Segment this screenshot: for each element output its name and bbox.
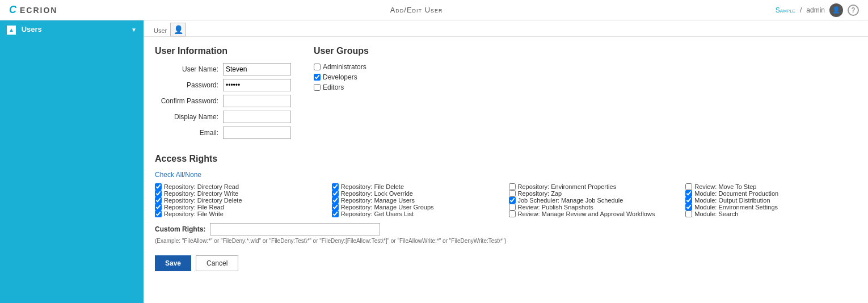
group-editors-label: Editors (323, 83, 344, 91)
checkbox-review-manage-workflows-input[interactable] (509, 211, 516, 217)
checkbox-repo-manage-users: Repository: Manage Users (332, 197, 503, 204)
checkbox-repo-manage-user-groups-input[interactable] (332, 204, 339, 211)
sidebar-item-users[interactable]: ▲ Users ▼ (0, 20, 144, 39)
logo: C ECRION (9, 4, 57, 16)
breadcrumb-sample[interactable]: Sample (776, 6, 795, 14)
header-right: Sample / admin 👤 ? (776, 3, 859, 17)
password-row: Password: (155, 79, 291, 91)
cancel-button[interactable]: Cancel (196, 255, 238, 271)
checkbox-module-doc-production: Module: Document Production (685, 190, 857, 197)
confirm-password-label: Confirm Password: (155, 97, 223, 105)
confirm-password-input[interactable] (223, 95, 291, 107)
checkbox-review-manage-workflows: Review: Manage Review and Approval Workf… (509, 211, 680, 217)
checkbox-job-scheduler: Job Scheduler: Manage Job Schedule (509, 197, 680, 204)
main-layout: ▲ Users ▼ User 👤 User Information User N… (0, 20, 868, 303)
group-administrators: Administrators (314, 63, 427, 71)
checkbox-repo-dir-delete: Repository: Directory Delete (155, 197, 326, 204)
user-groups-section: User Groups Administrators Developers Ed… (314, 46, 427, 142)
save-button[interactable]: Save (155, 255, 191, 271)
checkbox-module-search-input[interactable] (685, 211, 692, 217)
checkbox-repo-file-read: Repository: File Read (155, 204, 326, 211)
tab-strip: User 👤 (144, 20, 868, 37)
display-name-input[interactable] (223, 111, 291, 123)
username-row: User Name: (155, 63, 291, 75)
username-input[interactable] (223, 63, 291, 75)
checkbox-repo-dir-read: Repository: Directory Read (155, 183, 326, 190)
checkbox-repo-file-delete-input[interactable] (332, 183, 339, 190)
col3-checkboxes: Review: Move To Step Module: Document Pr… (685, 183, 857, 217)
group-editors-checkbox[interactable] (314, 84, 321, 91)
username-label: User Name: (155, 65, 223, 73)
custom-rights-input[interactable] (210, 223, 380, 235)
checkbox-module-env-settings-input[interactable] (685, 204, 692, 211)
display-name-row: Display Name: (155, 111, 291, 123)
checkbox-repo-manage-users-input[interactable] (332, 197, 339, 204)
checkbox-module-output-dist-input[interactable] (685, 197, 692, 204)
sidebar-item-label: Users (22, 25, 42, 33)
checkbox-repo-env-props: Repository: Environment Properties (509, 183, 680, 190)
form-content: User Information User Name: Password: Co… (144, 37, 868, 280)
email-label: Email: (155, 129, 223, 137)
content-area: User 👤 User Information User Name: Passw… (144, 20, 868, 303)
custom-rights-hint: (Example: "FileAllow:*" or "FileDeny:*.w… (155, 238, 857, 244)
breadcrumb-admin: admin (806, 6, 825, 14)
logo-text: ECRION (20, 6, 57, 15)
checkbox-repo-lock-override-input[interactable] (332, 190, 339, 197)
user-info-title: User Information (155, 46, 291, 56)
tab-user-label: User (150, 26, 170, 36)
checkbox-module-output-dist: Module: Output Distribution (685, 197, 857, 204)
password-label: Password: (155, 81, 223, 89)
checkbox-repo-lock-override: Repository: Lock Override (332, 190, 503, 197)
checkbox-repo-dir-write: Repository: Directory Write (155, 190, 326, 197)
user-avatar-icon[interactable]: 👤 (829, 3, 843, 17)
logo-c-icon: C (9, 4, 16, 16)
checkbox-repo-file-read-input[interactable] (155, 204, 162, 211)
checkbox-review-publish-snapshots: Review: Publish Snapshots (509, 204, 680, 211)
sidebar-chevron-down-icon: ▼ (131, 27, 137, 33)
access-rights-section: Access Rights Check All/None Repository:… (155, 154, 857, 244)
custom-rights-label: Custom Rights: (155, 225, 205, 233)
col1-checkboxes: Repository: File Delete Repository: Lock… (332, 183, 503, 217)
checkbox-module-doc-production-input[interactable] (685, 190, 692, 197)
sidebar: ▲ Users ▼ (0, 20, 144, 303)
checkbox-repo-file-write-input[interactable] (155, 211, 162, 217)
checkbox-repo-dir-write-input[interactable] (155, 190, 162, 197)
group-developers-label: Developers (323, 73, 357, 81)
checkbox-repo-zap: Repository: Zap (509, 190, 680, 197)
confirm-password-row: Confirm Password: (155, 95, 291, 107)
checkbox-repo-file-write: Repository: File Write (155, 211, 326, 217)
two-column-layout: User Information User Name: Password: Co… (155, 46, 857, 142)
group-editors: Editors (314, 83, 427, 91)
checkbox-repo-dir-delete-input[interactable] (155, 197, 162, 204)
custom-rights-row: Custom Rights: (155, 223, 857, 235)
group-developers: Developers (314, 73, 427, 81)
user-groups-title: User Groups (314, 46, 427, 56)
sidebar-up-arrow-icon: ▲ (7, 26, 16, 35)
password-input[interactable] (223, 79, 291, 91)
email-row: Email: (155, 127, 291, 139)
checkbox-repo-file-delete: Repository: File Delete (332, 183, 503, 190)
checkboxes-grid: Repository: Directory Read Repository: D… (155, 183, 857, 217)
checkbox-module-search: Module: Search (685, 211, 857, 217)
checkbox-review-publish-snapshots-input[interactable] (509, 204, 516, 211)
checkbox-review-move-to-step-input[interactable] (685, 183, 692, 190)
checkbox-repo-zap-input[interactable] (509, 190, 516, 197)
page-title: Add/Edit User (390, 6, 443, 14)
checkbox-repo-env-props-input[interactable] (509, 183, 516, 190)
button-row: Save Cancel (155, 255, 857, 271)
checkbox-repo-get-users-list-input[interactable] (332, 211, 339, 217)
checkbox-repo-dir-read-input[interactable] (155, 183, 162, 190)
group-administrators-checkbox[interactable] (314, 64, 321, 70)
checkbox-repo-get-users-list: Repository: Get Users List (332, 211, 503, 217)
help-icon[interactable]: ? (848, 5, 859, 16)
check-all-none-link[interactable]: Check All/None (155, 171, 201, 179)
group-developers-checkbox[interactable] (314, 74, 321, 81)
access-rights-title: Access Rights (155, 154, 857, 164)
user-information-section: User Information User Name: Password: Co… (155, 46, 291, 142)
checkbox-review-move-to-step: Review: Move To Step (685, 183, 857, 190)
tab-user-icon-btn[interactable]: 👤 (170, 23, 186, 36)
email-input[interactable] (223, 127, 291, 139)
checkbox-module-env-settings: Module: Environment Settings (685, 204, 857, 211)
display-name-label: Display Name: (155, 113, 223, 121)
checkbox-job-scheduler-input[interactable] (509, 197, 516, 204)
